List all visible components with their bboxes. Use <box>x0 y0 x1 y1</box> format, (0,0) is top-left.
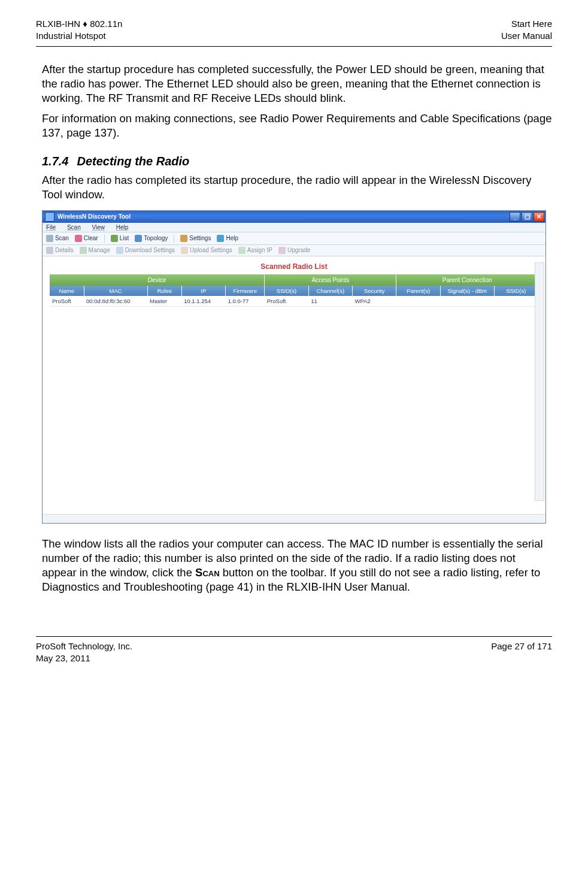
header-right-1: Start Here <box>501 18 552 30</box>
page-header: RLXIB-IHN ♦ 802.11n Industrial Hotspot S… <box>36 18 552 43</box>
footer-date: May 23, 2011 <box>36 652 132 664</box>
col-channel[interactable]: Channel(s) <box>308 286 352 296</box>
topology-label: Topology <box>144 235 168 241</box>
eraser-icon <box>75 235 82 242</box>
upgrade-icon <box>278 247 286 254</box>
cell-roles: Master <box>147 296 181 307</box>
table-row[interactable]: ProSoft 00:0d:8d:f0:3c:60 Master 10.1.1.… <box>50 296 538 307</box>
help-icon <box>217 235 224 242</box>
manage-button[interactable]: Manage <box>80 247 110 254</box>
cell-firmware: 1.0.0-77 <box>226 296 265 307</box>
content-title: Scanned Radio List <box>50 262 538 271</box>
radio-table: Device Access Points Parent Connection N… <box>50 274 538 307</box>
col-ssid2[interactable]: SSID(s) <box>494 286 538 296</box>
settings-button[interactable]: Settings <box>180 235 211 242</box>
header-right-2: User Manual <box>501 30 552 42</box>
clear-button[interactable]: Clear <box>75 235 98 242</box>
col-security[interactable]: Security <box>353 286 396 296</box>
clear-label: Clear <box>84 235 98 241</box>
col-ssid[interactable]: SSID(s) <box>265 286 308 296</box>
list-icon <box>111 235 118 242</box>
header-left-2: Industrial Hotspot <box>36 30 122 42</box>
minimize-button[interactable]: _ <box>510 212 520 222</box>
cell-signal <box>440 296 494 307</box>
cell-name: ProSoft <box>50 296 84 307</box>
toolbar-secondary: Details Manage Download Settings Upload … <box>43 245 545 256</box>
help-label: Help <box>226 235 238 241</box>
app-icon <box>45 212 54 222</box>
group-header-row: Device Access Points Parent Connection <box>50 274 538 286</box>
details-button[interactable]: Details <box>46 247 74 254</box>
upload-icon <box>181 247 188 254</box>
cell-ssid2 <box>494 296 538 307</box>
cell-channel: 11 <box>308 296 352 307</box>
wrench-icon <box>180 235 187 242</box>
scan-button[interactable]: Scan <box>46 235 69 242</box>
page-footer: ProSoft Technology, Inc. May 23, 2011 Pa… <box>36 636 552 665</box>
col-firmware[interactable]: Firmware <box>226 286 265 296</box>
menu-scan[interactable]: Scan <box>67 224 81 231</box>
help-button[interactable]: Help <box>217 235 238 242</box>
col-mac[interactable]: MAC <box>84 286 147 296</box>
horizontal-scrollbar[interactable] <box>43 514 545 523</box>
paragraph-1: After the startup procedure has complete… <box>36 62 552 105</box>
scan-label: Scan <box>55 235 69 241</box>
paragraph-3: After the radio has completed its startu… <box>36 173 552 202</box>
titlebar: WirelessN Discovery Tool _ ▢ ✕ <box>43 211 545 223</box>
maximize-button[interactable]: ▢ <box>522 212 532 222</box>
col-signal[interactable]: Signal(s) - dBm <box>440 286 494 296</box>
separator <box>104 234 105 243</box>
topology-icon <box>135 235 142 242</box>
col-roles[interactable]: Roles <box>147 286 181 296</box>
content-area: Scanned Radio List Device Access Points … <box>43 256 545 514</box>
col-ip[interactable]: IP <box>181 286 225 296</box>
download-settings-button[interactable]: Download Settings <box>116 247 175 254</box>
col-name[interactable]: Name <box>50 286 84 296</box>
cell-parent <box>396 296 440 307</box>
separator <box>174 234 174 243</box>
menu-view[interactable]: View <box>92 224 105 231</box>
header-rule <box>36 46 552 47</box>
upload-settings-button[interactable]: Upload Settings <box>181 247 232 254</box>
paragraph-2: For information on making connections, s… <box>36 111 552 140</box>
column-header-row: Name MAC Roles IP Firmware SSID(s) Chann… <box>50 286 538 296</box>
topology-button[interactable]: Topology <box>135 235 168 242</box>
footer-page-number: Page 27 of 171 <box>491 640 552 652</box>
details-label: Details <box>55 247 74 253</box>
toolbar-primary: Scan Clear List Topology Settings Help <box>43 232 545 245</box>
col-parent[interactable]: Parent(s) <box>396 286 440 296</box>
details-icon <box>46 247 53 254</box>
upgrade-label: Upgrade <box>287 247 310 253</box>
group-access-points: Access Points <box>265 274 396 286</box>
cell-security: WPA2 <box>353 296 396 307</box>
cell-ip: 10.1.1.254 <box>181 296 225 307</box>
window-title: WirelessN Discovery Tool <box>57 213 131 220</box>
header-left-1: RLXIB-IHN ♦ 802.11n <box>36 18 122 30</box>
manage-label: Manage <box>89 247 110 253</box>
close-button[interactable]: ✕ <box>534 212 544 222</box>
vertical-scrollbar[interactable] <box>535 262 544 501</box>
menu-help[interactable]: Help <box>116 224 129 231</box>
group-parent-connection: Parent Connection <box>396 274 538 286</box>
list-button[interactable]: List <box>111 235 129 242</box>
upgrade-button[interactable]: Upgrade <box>278 247 310 254</box>
cell-mac: 00:0d:8d:f0:3c:60 <box>84 296 147 307</box>
footer-company: ProSoft Technology, Inc. <box>36 640 132 652</box>
settings-label: Settings <box>189 235 211 241</box>
assign-ip-button[interactable]: Assign IP <box>238 247 272 254</box>
download-icon <box>116 247 123 254</box>
menubar: File Scan View Help <box>43 223 545 232</box>
section-heading: 1.7.4Detecting the Radio <box>42 155 552 168</box>
section-number: 1.7.4 <box>42 155 68 168</box>
assign-ip-label: Assign IP <box>247 247 272 253</box>
upload-label: Upload Settings <box>190 247 232 253</box>
list-label: List <box>120 235 129 241</box>
download-label: Download Settings <box>125 247 175 253</box>
cell-ssid: ProSoft <box>265 296 308 307</box>
manage-icon <box>80 247 87 254</box>
section-title: Detecting the Radio <box>77 155 189 168</box>
menu-file[interactable]: File <box>46 224 56 231</box>
discovery-tool-window: WirelessN Discovery Tool _ ▢ ✕ File Scan… <box>42 210 546 524</box>
magnifier-icon <box>46 235 53 242</box>
paragraph-4: The window lists all the radios your com… <box>36 537 552 594</box>
